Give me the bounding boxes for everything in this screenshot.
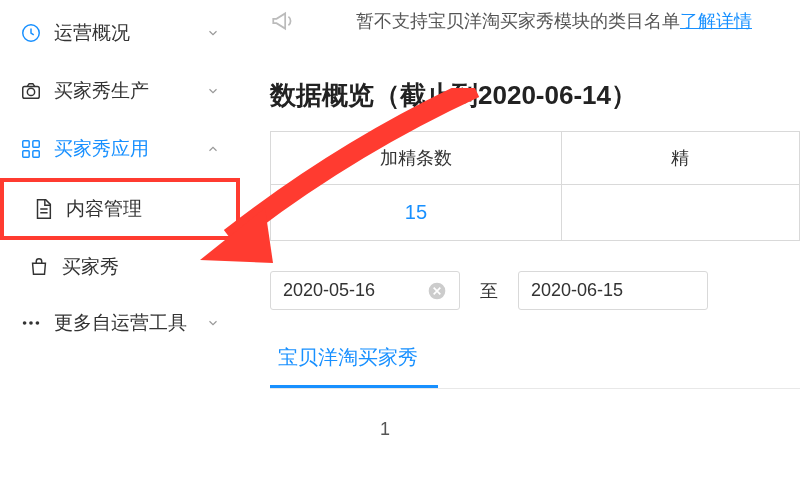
chevron-down-icon <box>206 26 220 40</box>
svg-rect-5 <box>23 151 29 157</box>
clear-icon[interactable] <box>427 281 447 301</box>
chevron-down-icon <box>206 316 220 330</box>
table-header: 加精条数 <box>271 132 562 185</box>
date-range-row: 2020-05-16 至 2020-06-15 <box>270 271 800 310</box>
tab-buyer-show[interactable]: 宝贝洋淘买家秀 <box>270 332 438 388</box>
sidebar-item-application[interactable]: 买家秀应用 <box>0 120 240 178</box>
app-icon <box>20 138 42 160</box>
tabs: 宝贝洋淘买家秀 <box>270 332 800 389</box>
sidebar-item-label: 更多自运营工具 <box>54 310 206 336</box>
sidebar-item-label: 买家秀应用 <box>54 136 206 162</box>
dashboard-icon <box>20 22 42 44</box>
sidebar-subitem-label: 内容管理 <box>66 196 142 222</box>
bag-icon <box>28 256 50 278</box>
date-from-value: 2020-05-16 <box>283 280 375 301</box>
sidebar-item-label: 运营概况 <box>54 20 206 46</box>
svg-rect-6 <box>33 151 39 157</box>
sidebar-subitem-label: 买家秀 <box>62 254 119 280</box>
date-separator: 至 <box>480 279 498 303</box>
svg-point-7 <box>23 321 27 325</box>
svg-rect-3 <box>23 141 29 147</box>
notice-text: 暂不支持宝贝洋淘买家秀模块的类目名单 <box>356 9 680 33</box>
date-from-input[interactable]: 2020-05-16 <box>270 271 460 310</box>
more-icon <box>20 312 42 334</box>
date-to-value: 2020-06-15 <box>531 280 623 301</box>
sidebar-item-label: 买家秀生产 <box>54 78 206 104</box>
svg-point-8 <box>29 321 33 325</box>
chevron-down-icon <box>206 84 220 98</box>
page-number[interactable]: 1 <box>380 419 390 439</box>
main-content: 暂不支持宝贝洋淘买家秀模块的类目名单 了解详情 数据概览（截止到2020-06-… <box>240 0 800 500</box>
camera-icon <box>20 80 42 102</box>
data-overview-table: 加精条数 精 15 <box>270 131 800 241</box>
table-header: 精 <box>561 132 799 185</box>
table-cell[interactable]: 15 <box>271 185 562 241</box>
svg-point-2 <box>27 88 34 95</box>
date-to-input[interactable]: 2020-06-15 <box>518 271 708 310</box>
chevron-up-icon <box>206 142 220 156</box>
sidebar-item-overview[interactable]: 运营概况 <box>0 4 240 62</box>
pagination: 1 <box>270 419 800 440</box>
document-icon <box>32 198 54 220</box>
svg-rect-4 <box>33 141 39 147</box>
svg-point-9 <box>36 321 40 325</box>
sidebar-subitem-buyershow[interactable]: 买家秀 <box>0 240 240 294</box>
sidebar: 运营概况 买家秀生产 买家秀应用 <box>0 0 240 500</box>
bullhorn-icon <box>270 8 296 34</box>
table-row: 15 <box>271 185 800 241</box>
section-title: 数据概览（截止到2020-06-14） <box>270 78 800 113</box>
table-cell <box>561 185 799 241</box>
sidebar-item-production[interactable]: 买家秀生产 <box>0 62 240 120</box>
sidebar-subitem-content-mgmt[interactable]: 内容管理 <box>0 178 240 240</box>
notice-bar: 暂不支持宝贝洋淘买家秀模块的类目名单 了解详情 <box>270 0 800 48</box>
notice-link[interactable]: 了解详情 <box>680 9 752 33</box>
sidebar-item-more-tools[interactable]: 更多自运营工具 <box>0 294 240 352</box>
